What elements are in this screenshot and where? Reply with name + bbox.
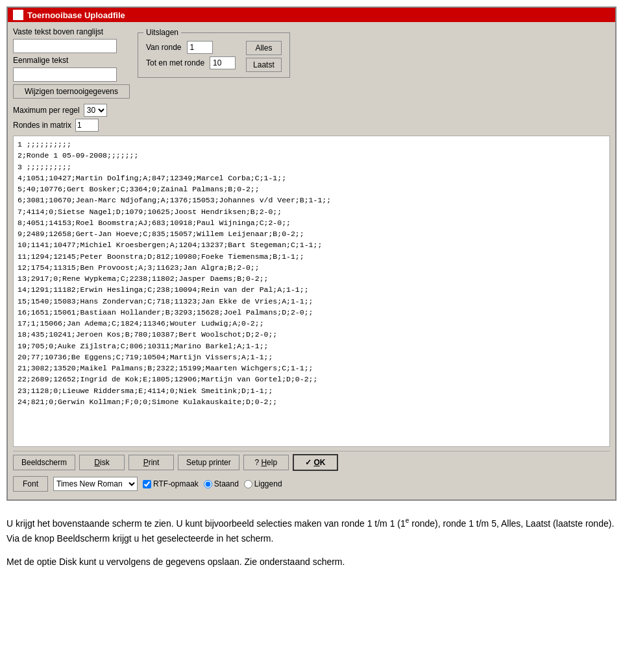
alles-button[interactable]: Alles <box>246 41 282 55</box>
controls-area: Vaste tekst boven ranglijst Eenmalige te… <box>13 27 610 132</box>
window-body: Vaste tekst boven ranglijst Eenmalige te… <box>8 22 615 499</box>
beeldscherm-button[interactable]: Beeldscherm <box>13 455 75 470</box>
tot-ronde-row: Tot en met ronde <box>146 56 236 69</box>
print-button[interactable]: Print <box>128 455 174 470</box>
text-display-area: 1 ;;;;;;;;;; 2;Ronde 1 05-09-2008;;;;;;;… <box>13 136 610 447</box>
van-ronde-label: Van ronde <box>146 43 182 52</box>
uitslagen-buttons: Alles Laatst <box>246 41 282 72</box>
ok-label: OK <box>313 458 325 467</box>
staand-radio[interactable] <box>204 480 212 488</box>
description-para2: Met de optie Disk kunt u vervolgens de g… <box>6 555 617 570</box>
ok-button[interactable]: ✓ OK <box>293 454 338 471</box>
staand-radio-label[interactable]: Staand <box>204 479 239 488</box>
eenmalige-tekst-label: Eenmalige tekst <box>13 56 130 65</box>
help-button[interactable]: ? Help <box>243 455 289 470</box>
vaste-tekst-label: Vaste tekst boven ranglijst <box>13 27 130 36</box>
liggend-radio[interactable] <box>244 480 252 488</box>
disk-underline: Disk <box>94 458 109 467</box>
disk-button[interactable]: Disk <box>79 455 125 470</box>
vaste-tekst-input[interactable] <box>13 39 117 53</box>
rtf-checkbox[interactable] <box>143 480 151 488</box>
main-window: Toernooibase Uploadfile Vaste tekst bove… <box>6 6 617 501</box>
wijzigen-button[interactable]: Wijzigen toernooigegevens <box>13 84 130 99</box>
rondes-matrix-row: Rondes in matrix <box>13 119 130 132</box>
window-icon <box>13 10 23 20</box>
van-ronde-row: Van ronde <box>146 41 236 54</box>
rtf-label-text: RTF-opmaak <box>153 479 199 488</box>
rondes-label: Rondes in matrix <box>13 121 71 130</box>
description-area: U krijgt het bovenstaande scherm te zien… <box>0 507 623 586</box>
help-text: ? Help <box>254 458 277 467</box>
font-select[interactable]: Times New Roman Arial Courier New <box>53 477 138 491</box>
font-button[interactable]: Font <box>13 476 48 492</box>
eenmalige-tekst-input[interactable] <box>13 67 117 82</box>
liggend-radio-label[interactable]: Liggend <box>244 479 282 488</box>
description-para1: U krijgt het bovenstaande scherm te zien… <box>6 515 617 547</box>
ok-checkmark: ✓ <box>305 458 312 467</box>
desc-para1-text1: U krijgt het bovenstaande scherm te zien… <box>6 518 406 529</box>
max-per-regel-select[interactable]: 30 20 40 <box>84 104 107 117</box>
print-underline: Print <box>143 458 160 467</box>
window-title-text: Toernooibase Uploadfile <box>27 10 125 20</box>
uitslagen-title: Uitslagen <box>143 28 181 37</box>
max-per-regel-label: Maximum per regel <box>13 106 80 115</box>
toolbar-row2: Font Times New Roman Arial Courier New R… <box>13 474 610 494</box>
van-ronde-input[interactable] <box>187 41 213 54</box>
window-title-bar: Toernooibase Uploadfile <box>8 8 615 22</box>
toolbar-row1: Beeldscherm Disk Print Setup printer ? H… <box>13 451 610 474</box>
uitslagen-fields: Van ronde Tot en met ronde <box>146 41 236 72</box>
left-panel: Vaste tekst boven ranglijst Eenmalige te… <box>13 27 130 132</box>
uitslagen-group: Uitslagen Van ronde Tot en met ronde <box>138 32 290 78</box>
bottom-left-controls: Maximum per regel 30 20 40 Rondes in mat… <box>13 104 130 132</box>
setup-printer-button[interactable]: Setup printer <box>178 455 239 470</box>
staand-label-text: Staand <box>214 479 239 488</box>
laatst-button[interactable]: Laatst <box>246 58 282 72</box>
max-per-regel-row: Maximum per regel 30 20 40 <box>13 104 130 117</box>
text-content: 1 ;;;;;;;;;; 2;Ronde 1 05-09-2008;;;;;;;… <box>18 139 605 407</box>
tot-ronde-input[interactable] <box>210 56 236 69</box>
rtf-checkbox-label[interactable]: RTF-opmaak <box>143 479 199 488</box>
tot-ronde-label: Tot en met ronde <box>146 58 204 67</box>
liggend-label-text: Liggend <box>254 479 282 488</box>
rondes-spinner[interactable] <box>75 119 99 132</box>
